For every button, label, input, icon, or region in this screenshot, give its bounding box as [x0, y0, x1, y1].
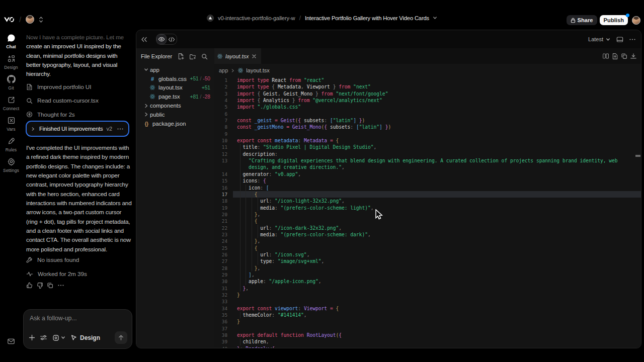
composer-placeholder[interactable]: Ask a follow-up... — [30, 315, 77, 322]
new-file-icon[interactable] — [178, 53, 184, 60]
copy-icon[interactable] — [621, 53, 627, 59]
composer[interactable]: Ask a follow-up... Design — [23, 309, 132, 349]
sliders-icon[interactable] — [40, 334, 47, 341]
model-icon[interactable] — [52, 334, 59, 341]
code-line-2[interactable]: 2import type { Metadata, Viewport } from… — [214, 83, 641, 90]
tree-item-public[interactable]: public — [136, 110, 214, 119]
project-icon[interactable] — [207, 15, 214, 22]
code-line-40[interactable]: 40}: Readonly<{ — [214, 345, 641, 348]
version-card[interactable]: Finished UI improvements v2 — [26, 121, 129, 137]
chevron-updown-icon[interactable] — [39, 16, 43, 23]
code-line-6[interactable]: 6 — [214, 111, 641, 117]
send-button[interactable] — [115, 331, 127, 344]
download-icon[interactable] — [630, 53, 637, 59]
sidebar-item-git[interactable]: Git — [0, 74, 22, 95]
code-line-34[interactable]: 34export const viewport: Viewport = { — [214, 305, 641, 312]
code-line-14[interactable]: 14 generator: "v0.app", — [214, 171, 641, 177]
sidebar-item-design[interactable]: Design — [0, 54, 22, 74]
code-line-7[interactable]: 7const _geist = Geist({ subsets: ["latin… — [214, 117, 641, 124]
sidebar-item-rules[interactable]: Rules — [0, 136, 22, 157]
close-tab-icon[interactable] — [252, 54, 257, 59]
tool-row[interactable]: Improved portfolio UI — [26, 83, 91, 90]
code-line-21[interactable]: 21 { — [214, 218, 641, 224]
code-line-4[interactable]: 4import { Analytics } from "@vercel/anal… — [214, 97, 641, 104]
chevron-down-icon[interactable] — [433, 16, 437, 20]
more-options-icon[interactable] — [629, 36, 636, 43]
code-line-39[interactable]: 39 children, — [214, 338, 641, 345]
tree-item-app[interactable]: app — [136, 65, 214, 74]
code-line-26[interactable]: 26 url: "/icon.svg", — [214, 251, 641, 258]
code-line-16[interactable]: 16 icon: [ — [214, 185, 641, 191]
code-line-9[interactable]: 9 — [214, 131, 641, 137]
code-line-35[interactable]: 35 themeColor: "#141414", — [214, 312, 641, 318]
code-line-28[interactable]: 28 }, — [214, 265, 641, 272]
collapse-sidebar-icon[interactable] — [141, 37, 147, 42]
code-line-30[interactable]: 30 apple: "/apple-icon.png", — [214, 278, 641, 285]
code-line-18[interactable]: 18 url: "/icon-light-32x32.png", — [214, 198, 641, 204]
open-file-icon[interactable] — [612, 53, 618, 60]
preview-eye-toggle[interactable] — [156, 34, 167, 44]
sidebar-item-settings[interactable]: Settings — [0, 157, 22, 177]
code-line-12[interactable]: 12 description: — [214, 151, 641, 157]
tree-item-page-tsx[interactable]: page.tsx+81 / -28 — [136, 92, 214, 101]
code-line-37[interactable]: 37 — [214, 325, 641, 332]
publish-button[interactable]: Publish — [600, 15, 628, 25]
code-line-13[interactable]: 13 "Crafting digital experiences that bl… — [214, 157, 641, 164]
version-dropdown[interactable]: Latest — [588, 36, 610, 42]
breadcrumb-chat-title[interactable]: Interactive Portfolio Gallery with Hover… — [305, 15, 429, 21]
code-line-32[interactable]: 32} — [214, 292, 641, 298]
copy-icon[interactable] — [47, 282, 53, 289]
code-line-1[interactable]: 1import type React from "react" — [214, 77, 641, 83]
ellipsis-icon[interactable] — [57, 282, 64, 289]
tree-item-layout-tsx[interactable]: layout.tsx+51 — [136, 83, 214, 93]
code-line-25[interactable]: 25 { — [214, 245, 641, 251]
breadcrumb-project[interactable]: v0-interactive-portfolio-gallery-w — [218, 15, 295, 21]
bottom-panel-icon[interactable] — [616, 36, 623, 43]
tool-row[interactable]: No issues found — [26, 256, 79, 263]
thumbs-up-icon[interactable] — [26, 282, 33, 289]
share-button[interactable]: Share — [567, 15, 597, 25]
chevron-down-icon[interactable] — [61, 335, 65, 340]
code-line-27[interactable]: 27 type: "image/svg+xml", — [214, 258, 641, 264]
code-line-24[interactable]: 24 }, — [214, 238, 641, 244]
code-line-33[interactable]: 33 — [214, 298, 641, 305]
code-line-38[interactable]: 38export default function RootLayout({ — [214, 332, 641, 338]
code-line-8[interactable]: 8const _geistMono = Geist_Mono({ subsets… — [214, 124, 641, 130]
code-line-wrap[interactable]: design, and creative direction.", — [214, 164, 641, 170]
code-line-19[interactable]: 19 media: "(prefers-color-scheme: light)… — [214, 205, 641, 211]
attach-icon[interactable] — [29, 334, 35, 341]
sidebar-item-connect[interactable]: Connect — [0, 95, 22, 116]
code-line-23[interactable]: 23 media: "(prefers-color-scheme: dark)"… — [214, 231, 641, 238]
code-line-20[interactable]: 20 }, — [214, 211, 641, 218]
sidebar-item-chat[interactable]: Chat — [0, 33, 22, 54]
search-icon[interactable] — [201, 53, 208, 60]
scrollbar-mark[interactable] — [635, 155, 640, 157]
code-line-29[interactable]: 29 ], — [214, 272, 641, 278]
code-line-11[interactable]: 11 title: "Studio Pixel | Digital Design… — [214, 144, 641, 150]
code-view-toggle[interactable] — [167, 34, 177, 44]
tab-layout-tsx[interactable]: layout.tsx — [214, 48, 261, 64]
code-line-15[interactable]: 15 icons: { — [214, 177, 641, 184]
mail-icon[interactable] — [0, 337, 22, 345]
code-line-3[interactable]: 3import { Geist, Geist_Mono } from "next… — [214, 90, 641, 97]
tool-row[interactable]: Thought for 2s — [26, 111, 75, 118]
split-diff-icon[interactable] — [602, 53, 609, 59]
code-area[interactable]: 1import type React from "react"2import t… — [214, 77, 641, 348]
chevron-right-icon[interactable] — [31, 127, 35, 131]
version-card-menu-icon[interactable] — [117, 126, 124, 132]
code-line-10[interactable]: 10export const metadata: Metadata = { — [214, 137, 641, 144]
sidebar-item-vars[interactable]: Vars — [0, 116, 22, 136]
thumbs-down-icon[interactable] — [37, 282, 43, 289]
code-line-17[interactable]: 17 { — [214, 191, 641, 198]
new-folder-icon[interactable] — [189, 53, 196, 60]
tool-row[interactable]: Read custom-cursor.tsx — [26, 97, 99, 104]
account-avatar[interactable] — [632, 16, 640, 25]
design-mode-button[interactable]: Design — [70, 334, 100, 341]
code-line-5[interactable]: 5import "./globals.css" — [214, 104, 641, 110]
editor-breadcrumb[interactable]: app layout.tsx — [214, 64, 641, 77]
code-line-36[interactable]: 36} — [214, 318, 641, 325]
tree-item-package-json[interactable]: {}package.json — [136, 119, 214, 128]
tool-row[interactable]: Worked for 2m 39s — [26, 270, 87, 278]
code-line-22[interactable]: 22 url: "/icon-dark-32x32.png", — [214, 225, 641, 231]
tree-item-components[interactable]: components — [136, 101, 214, 110]
